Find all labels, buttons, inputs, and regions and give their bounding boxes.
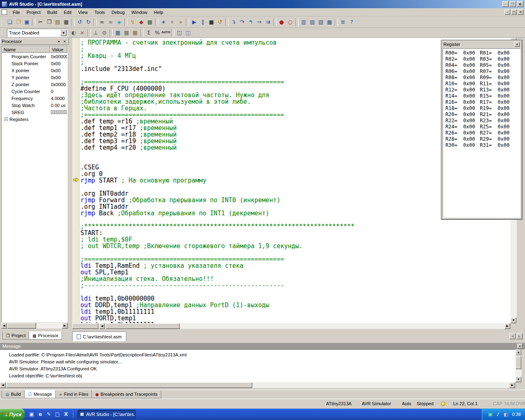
document-tab[interactable]: C:\avr\test\test.asm	[72, 331, 126, 341]
autostep-icon[interactable]: ⇉	[264, 18, 272, 26]
stop-debug-icon[interactable]: ■	[207, 18, 216, 26]
sreg-flag-checkbox[interactable]	[55, 110, 57, 114]
editor-hscrollbar[interactable]	[72, 323, 510, 329]
quick-launch-x-icon[interactable]: X	[62, 411, 70, 418]
tab-build[interactable]: ▤Build	[2, 390, 25, 398]
trace-combobox[interactable]: Trace Disabled ▼	[7, 29, 68, 37]
scroll-right-icon[interactable]	[62, 323, 68, 329]
quick-launch-desktop-icon[interactable]: □	[54, 411, 61, 418]
run-icon[interactable]: ▶	[190, 18, 199, 26]
disassembler-icon[interactable]: ≣	[339, 18, 347, 26]
chevron-down-icon[interactable]: ▼	[60, 30, 67, 36]
sreg-flag-checkbox[interactable]	[53, 110, 55, 114]
clear-trace-icon[interactable]: ×	[78, 28, 87, 37]
sreg-flag-checkbox[interactable]	[65, 110, 67, 114]
scroll-left-icon[interactable]	[99, 323, 105, 329]
toggle-breakpoint-icon[interactable]: ●	[277, 18, 286, 26]
auto-refresh-icon[interactable]: AUTO	[162, 28, 170, 37]
toolbar-grip[interactable]	[2, 18, 4, 26]
step-out-icon[interactable]: ↰	[247, 18, 255, 26]
help-icon[interactable]: ?	[347, 18, 356, 26]
pause-icon[interactable]: ∥	[199, 18, 207, 26]
run-to-cursor-icon[interactable]: ⇒	[255, 18, 264, 26]
menu-item-file[interactable]: File	[9, 10, 23, 15]
sreg-flag-checkbox[interactable]	[57, 110, 59, 114]
menu-item-build[interactable]: Build	[44, 10, 60, 15]
editor-window-icon[interactable]: ◫	[175, 28, 184, 37]
scroll-thumb[interactable]	[516, 356, 521, 369]
register-window-icon[interactable]: ▧	[317, 18, 325, 26]
message-vscrollbar[interactable]	[515, 349, 522, 382]
scroll-right-icon[interactable]	[509, 382, 515, 388]
column-name[interactable]: Name	[2, 46, 50, 53]
build-and-run-icon[interactable]: »	[176, 18, 185, 26]
redo-icon[interactable]: ↻	[84, 18, 93, 26]
panel-close-icon[interactable]	[62, 39, 67, 44]
message-close-icon[interactable]	[517, 344, 523, 349]
connect-icon[interactable]: ◆	[137, 18, 146, 26]
sreg-flag-checkbox[interactable]	[61, 110, 63, 114]
splitter-handle[interactable]	[72, 323, 98, 329]
avr-device-icon[interactable]: ↯	[128, 18, 137, 26]
taskbar-task-button[interactable]: AVR Studio - [C:\avr\tes...	[78, 410, 136, 419]
step-over-icon[interactable]: ↷	[238, 18, 247, 26]
stopwatch-icon[interactable]: ⊙	[100, 28, 109, 37]
reset-icon[interactable]: ↺	[216, 18, 224, 26]
remove-breakpoints-icon[interactable]: ○	[286, 18, 294, 26]
mdi-close-icon[interactable]	[518, 9, 523, 15]
copy-icon[interactable]: ❐	[45, 18, 53, 26]
print-icon[interactable]: ▦	[62, 18, 71, 26]
register-close-icon[interactable]	[514, 42, 520, 47]
panel-menu-icon[interactable]	[56, 39, 62, 44]
stack-monitor-icon[interactable]: ⊥	[91, 28, 100, 37]
memory2-window-icon[interactable]: ▦	[122, 28, 131, 37]
scroll-left-icon[interactable]	[0, 382, 6, 388]
menu-item-help[interactable]: Help	[151, 10, 167, 15]
scroll-thumb[interactable]	[7, 323, 36, 329]
tab-scroll-left-icon[interactable]: ◀	[509, 333, 516, 339]
menu-item-window[interactable]: Window	[128, 10, 151, 15]
trace-onoff-icon[interactable]: ◐	[69, 28, 78, 37]
undo-icon[interactable]: ↺	[75, 18, 84, 26]
tab-scroll-right-icon[interactable]: ▶	[516, 333, 523, 339]
tab-processor[interactable]: ▦Processor	[29, 331, 62, 340]
menu-item-debug[interactable]: Debug	[108, 10, 128, 15]
tab-project[interactable]: ❒Project	[2, 331, 29, 340]
column-value[interactable]: Value	[50, 46, 67, 53]
watch-window-icon[interactable]: ▥	[299, 18, 308, 26]
sreg-flag-checkbox[interactable]	[63, 110, 65, 114]
scroll-down-icon[interactable]	[516, 377, 521, 382]
menu-item-project[interactable]: Project	[23, 10, 44, 15]
find-in-files-icon[interactable]: ∞	[106, 18, 115, 26]
assemble-icon[interactable]: ∗	[159, 18, 168, 26]
register-window-header[interactable]: Register	[442, 41, 521, 48]
bookmark-icon[interactable]: ◈	[115, 18, 123, 26]
build-icon[interactable]: +	[168, 18, 176, 26]
cut-icon[interactable]: ✂	[36, 18, 45, 26]
scroll-up-icon[interactable]	[516, 349, 521, 355]
save-icon[interactable]: ▣	[23, 18, 31, 26]
menu-item-tools[interactable]: Tools	[91, 10, 108, 15]
mdi-restore-icon[interactable]	[511, 9, 517, 15]
tab-message[interactable]: ⓘMessage	[24, 390, 56, 398]
minimize-icon[interactable]	[502, 1, 509, 7]
registers-expander-icon[interactable]: +	[4, 117, 8, 121]
percent-icon[interactable]: %	[153, 28, 162, 37]
split-window-icon[interactable]: ◫	[184, 28, 192, 37]
quick-launch-avr-icon[interactable]: ▣	[28, 411, 35, 418]
chip-icon[interactable]: ▩	[146, 18, 154, 26]
tray-volume-icon[interactable]: ♪	[495, 411, 501, 418]
paste-icon[interactable]: ▤	[53, 18, 62, 26]
scroll-thumb[interactable]	[6, 382, 252, 388]
sreg-flag-checkbox[interactable]	[51, 110, 52, 114]
scroll-left-icon[interactable]	[1, 323, 7, 329]
start-button[interactable]: Пуск	[0, 409, 25, 420]
close-icon[interactable]	[517, 1, 523, 7]
step-into-icon[interactable]: ↴	[229, 18, 238, 26]
io-view-icon[interactable]: ▩	[325, 18, 334, 26]
mdi-minimize-icon[interactable]	[504, 9, 510, 15]
tab-find-in-files[interactable]: ∞Find in Files	[55, 390, 92, 398]
new-file-icon[interactable]: ❏	[5, 18, 14, 26]
sreg-flag-checkbox[interactable]	[59, 110, 61, 114]
tray-network-icon[interactable]: ◧	[503, 411, 509, 418]
